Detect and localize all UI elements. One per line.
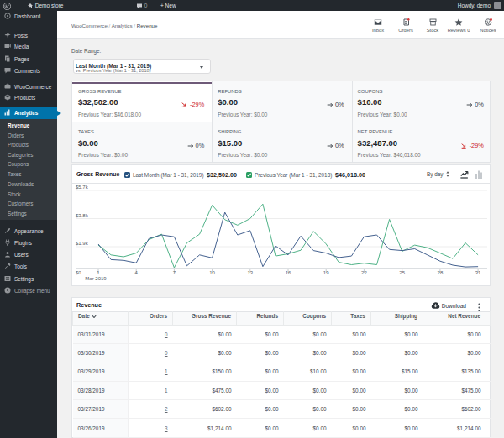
- svg-text:10: 10: [209, 270, 215, 275]
- svg-text:$1.9k: $1.9k: [76, 241, 89, 246]
- svg-text:$5.7k: $5.7k: [76, 185, 89, 190]
- svg-text:28: 28: [438, 270, 444, 275]
- svg-text:7: 7: [173, 270, 176, 275]
- svg-text:13: 13: [247, 270, 253, 275]
- svg-text:Mar 2019: Mar 2019: [85, 276, 107, 281]
- svg-text:16: 16: [286, 270, 291, 275]
- svg-text:4: 4: [135, 270, 139, 275]
- svg-text:31: 31: [475, 270, 481, 275]
- svg-text:19: 19: [323, 270, 329, 275]
- svg-text:$3.8k: $3.8k: [76, 213, 89, 218]
- svg-text:$0: $0: [76, 270, 81, 275]
- svg-text:22: 22: [361, 270, 367, 275]
- svg-text:1: 1: [97, 270, 100, 275]
- svg-text:25: 25: [399, 270, 405, 275]
